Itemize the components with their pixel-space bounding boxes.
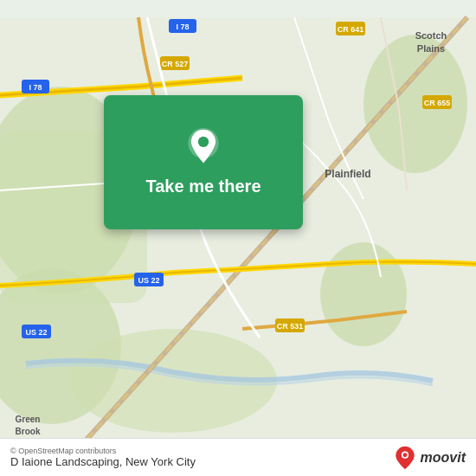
svg-text:Green: Green [16, 415, 41, 424]
svg-text:Scotch: Scotch [415, 30, 447, 41]
bottom-bar: © OpenStreetMap contributors D Iaione La… [0, 438, 476, 476]
take-me-there-label: Take me there [145, 177, 261, 196]
moovit-icon [393, 446, 417, 470]
svg-text:I 78: I 78 [176, 23, 189, 31]
svg-text:CR 655: CR 655 [424, 99, 451, 107]
attribution-text: © OpenStreetMap contributors [10, 447, 196, 455]
svg-text:CR 641: CR 641 [338, 25, 364, 34]
svg-point-35 [402, 453, 407, 457]
svg-text:I 78: I 78 [29, 83, 42, 92]
bottom-info: © OpenStreetMap contributors D Iaione La… [10, 447, 196, 468]
location-pin-icon [184, 128, 222, 166]
svg-text:US 22: US 22 [25, 328, 47, 337]
svg-text:Plainfield: Plainfield [325, 168, 370, 180]
map-background: I 78 I 78 US 22 US 22 CR 527 CR 531 CR 5… [0, 0, 476, 476]
moovit-text: moovit [421, 450, 466, 466]
svg-point-33 [198, 137, 209, 147]
svg-text:US 22: US 22 [138, 276, 159, 285]
business-name: D Iaione Landscaping, New York City [10, 455, 196, 468]
svg-text:Brook: Brook [16, 427, 41, 436]
svg-text:CR 527: CR 527 [162, 60, 189, 68]
svg-text:CR 531: CR 531 [277, 322, 304, 331]
moovit-logo: moovit [393, 446, 466, 470]
svg-text:Plains: Plains [417, 43, 445, 54]
map-container: I 78 I 78 US 22 US 22 CR 527 CR 531 CR 5… [0, 0, 476, 476]
svg-point-4 [320, 242, 407, 346]
take-me-there-panel[interactable]: Take me there [104, 95, 303, 229]
